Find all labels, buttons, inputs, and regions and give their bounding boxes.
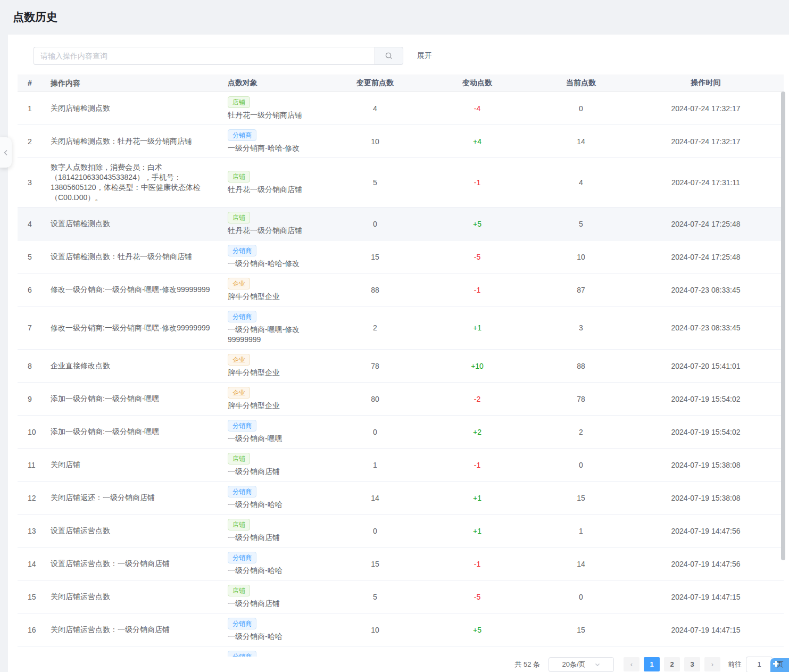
points-object-cell: 企业 脾牛分销型企业 [228,354,330,378]
object-name: 一级分销商-哈哈 [228,566,330,576]
goto-label: 前往 [728,660,742,669]
goto-page-input[interactable] [746,657,773,672]
page-number-1[interactable]: 1 [644,657,660,671]
points-object-cell: 分销商 一级分销商-哈哈 [228,618,330,642]
table-row: 11 关闭店铺 店铺 一级分销商店铺 1 -1 0 2024-07-19 15:… [18,449,784,482]
points-change: -1 [420,461,534,469]
col-change: 变动点数 [420,78,534,88]
operation-text: 企业直接修改点数 [51,361,228,371]
row-index: 9 [18,395,51,403]
object-type-tag: 分销商 [228,420,256,432]
operation-time: 2024-07-19 15:38:08 [628,494,784,502]
operation-time: 2024-07-19 15:54:02 [628,395,784,403]
points-object-cell: 分销商 一级分销商-嘿嘿-修改99999999 [228,311,330,345]
points-object-cell: 店铺 一级分销商店铺 [228,453,330,477]
col-operation: 操作内容 [51,78,228,88]
operation-text: 设置店铺运营点数 [51,526,228,536]
row-index: 10 [18,428,51,436]
points-before: 0 [330,428,420,436]
object-name: 脾牛分销型企业 [228,292,330,302]
points-before: 15 [330,253,420,261]
points-before: 1 [330,461,420,469]
points-object-cell: 企业 脾牛分销型企业 [228,387,330,411]
points-object-cell: 分销商 一级分销商-哈哈-修改 [228,129,330,153]
points-before: 78 [330,362,420,370]
operation-time: 2024-07-23 08:33:45 [628,323,784,332]
search-button[interactable] [375,47,403,65]
points-before: 5 [330,178,420,187]
points-object-cell: 店铺 一级分销商店铺 [228,519,330,543]
row-index: 15 [18,593,51,601]
table-scrollbar[interactable] [781,92,785,560]
points-change: +1 [420,527,534,535]
search-row: 展开 [34,47,432,65]
page-number-2[interactable]: 2 [664,657,680,671]
table-row: 3 数字人点数扣除，消费会员：白术（1814210633043533824），手… [18,158,784,208]
table-header: # 操作内容 点数对象 变更前点数 变动点数 当前点数 操作时间 [18,74,784,92]
operation-time: 2024-07-19 14:47:56 [628,527,784,535]
points-change: +10 [420,362,534,370]
operation-time: 2024-07-19 15:54:02 [628,428,784,436]
object-type-tag: 店铺 [228,519,250,530]
points-change: -1 [420,560,534,568]
col-time: 操作时间 [628,78,784,88]
table-row: 6 修改一级分销商:一级分销商-嘿嘿-修改99999999 企业 脾牛分销型企业… [18,273,784,306]
row-index: 11 [18,461,51,469]
object-name: 一级分销商店铺 [228,599,330,609]
points-change: -5 [420,593,534,601]
sidebar-collapse-handle[interactable] [0,137,12,168]
operation-text: 设置店铺检测点数 [51,219,228,229]
object-name: 一级分销商店铺 [228,467,330,477]
expand-link[interactable]: 展开 [417,51,432,61]
table-row: 14 设置店铺运营点数：一级分销商店铺 分销商 一级分销商-哈哈 15 -1 1… [18,547,784,580]
page-number-3[interactable]: 3 [684,657,700,671]
points-current: 14 [534,137,628,146]
prev-page-button[interactable]: ‹ [624,657,639,671]
object-type-tag: 店铺 [228,585,250,596]
operation-text: 设置店铺运营点数：一级分销商店铺 [51,559,228,569]
row-index: 4 [18,220,51,228]
points-current: 4 [534,178,628,187]
row-index: 8 [18,362,51,370]
operation-time: 2024-07-19 15:38:08 [628,461,784,469]
object-type-tag: 企业 [228,354,250,366]
operation-time: 2024-07-20 15:41:01 [628,362,784,370]
row-index: 5 [18,253,51,261]
row-index: 12 [18,494,51,502]
points-change: +4 [420,137,534,146]
points-before: 15 [330,560,420,568]
table-row: 15 关闭店铺运营点数 店铺 一级分销商店铺 5 -5 0 2024-07-19… [18,580,784,613]
page-size-select[interactable]: 20条/页 [549,657,614,672]
object-name: 牡丹花一级分销商店铺 [228,226,330,236]
goto-suffix: 页 [777,660,784,669]
search-input[interactable] [34,47,375,65]
points-object-cell: 店铺 牡丹花一级分销商店铺 [228,96,330,120]
operation-time: 2024-07-24 17:32:17 [628,137,784,146]
table-row: 13 设置店铺运营点数 店铺 一级分销商店铺 0 +1 1 2024-07-19… [18,515,784,547]
chevron-down-icon [594,661,601,668]
points-current: 3 [534,323,628,332]
points-before: 10 [330,626,420,634]
operation-text: 添加一级分销商:一级分销商-嘿嘿 [51,427,228,437]
table-row: 8 企业直接修改点数 企业 脾牛分销型企业 78 +10 88 2024-07-… [18,350,784,383]
operation-text: 关闭店铺检测点数 [51,103,228,113]
table-row: 2 关闭店铺检测点数：牡丹花一级分销商店铺 分销商 一级分销商-哈哈-修改 10… [18,125,784,158]
operation-text: 修改一级分销商:一级分销商-嘿嘿-修改99999999 [51,285,228,295]
points-object-cell: 分销商 一级分销商-哈哈 [228,651,330,657]
table-row: 4 设置店铺检测点数 店铺 牡丹花一级分销商店铺 0 +5 5 2024-07-… [18,208,784,240]
points-change: +5 [420,220,534,228]
points-current: 15 [534,494,628,502]
object-type-tag: 企业 [228,387,250,399]
points-change: -5 [420,253,534,261]
table-row: 9 添加一级分销商:一级分销商-嘿嘿 企业 脾牛分销型企业 80 -2 78 2… [18,383,784,416]
search-icon [385,52,393,60]
operation-time: 2024-07-24 17:31:11 [628,178,784,187]
object-name: 脾牛分销型企业 [228,368,330,378]
points-object-cell: 店铺 一级分销商店铺 [228,585,330,609]
object-name: 一级分销商-嘿嘿 [228,434,330,444]
table-row: 12 关闭店铺返还：一级分销商店铺 分销商 一级分销商-哈哈 14 +1 15 … [18,482,784,515]
points-object-cell: 分销商 一级分销商-哈哈-修改 [228,245,330,269]
operation-text: 修改一级分销商:一级分销商-嘿嘿-修改99999999 [51,323,228,333]
operation-text: 数字人点数扣除，消费会员：白术（1814210633043533824），手机号… [51,162,228,203]
next-page-button[interactable]: › [704,657,720,671]
